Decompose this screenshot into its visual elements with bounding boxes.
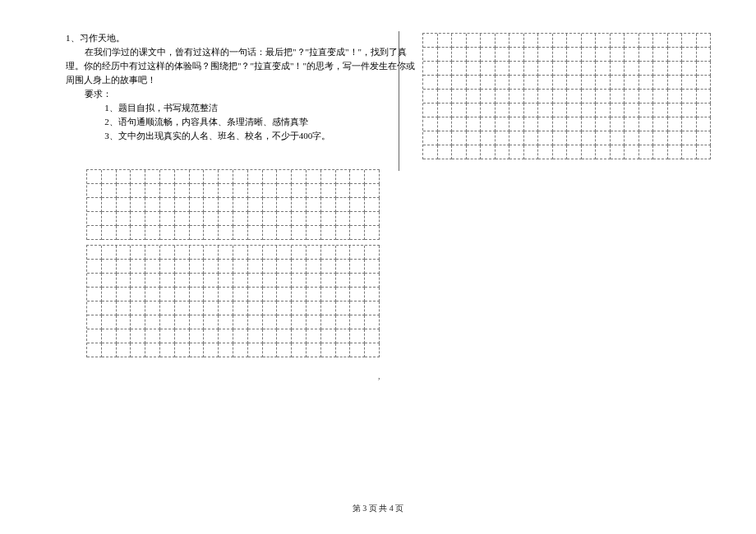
grid-cell: [145, 184, 160, 198]
grid-cell: [277, 302, 292, 315]
grid-cell: [582, 131, 597, 145]
grid-cell: [277, 198, 292, 212]
grid-cell: [102, 184, 117, 198]
grid-cell: [131, 329, 145, 343]
grid-cell: [204, 315, 219, 329]
grid-cell: [204, 329, 219, 343]
grid-cell: [682, 48, 697, 62]
grid-cell: [438, 145, 453, 159]
grid-cell: [625, 90, 639, 104]
grid-row: [87, 212, 380, 226]
grid-cell: [625, 117, 639, 131]
grid-cell: [219, 198, 233, 212]
grid-cell: [524, 90, 539, 104]
grid-cell: [438, 117, 453, 131]
grid-cell: [496, 145, 510, 159]
grid-cell: [160, 274, 175, 288]
grid-cell: [567, 131, 582, 145]
grid-cell: [131, 212, 145, 226]
grid-cell: [467, 34, 482, 48]
grid-cell: [233, 170, 248, 184]
grid-cell: [625, 62, 639, 76]
writing-prompt-block: 1、习作天地。 在我们学过的课文中，曾有过这样的一句话：最后把"？"拉直变成"！…: [66, 31, 390, 143]
grid-cell: [117, 198, 131, 212]
grid-cell: [175, 246, 190, 260]
grid-cell: [248, 343, 263, 357]
grid-cell: [87, 329, 102, 343]
grid-cell: [467, 131, 482, 145]
grid-cell: [307, 315, 321, 329]
page-footer: 第 3 页 共 4 页: [0, 503, 756, 514]
grid-cell: [321, 184, 336, 198]
grid-cell: [524, 34, 539, 48]
grid-cell: [452, 145, 467, 159]
grid-cell: [145, 274, 160, 288]
grid-cell: [277, 184, 292, 198]
grid-cell: [219, 288, 233, 302]
grid-cell: [87, 260, 102, 274]
grid-cell: [102, 315, 117, 329]
grid-cell: [365, 184, 380, 198]
grid-cell: [292, 184, 307, 198]
grid-cell: [538, 62, 553, 76]
grid-cell: [175, 302, 190, 315]
grid-cell: [365, 246, 380, 260]
grid-row: [423, 145, 711, 159]
grid-cell: [248, 274, 263, 288]
grid-cell: [682, 131, 697, 145]
grid-cell: [639, 145, 654, 159]
grid-cell: [263, 226, 278, 240]
grid-cell: [204, 212, 219, 226]
grid-cell: [567, 62, 582, 76]
grid-cell: [175, 260, 190, 274]
grid-cell: [496, 131, 510, 145]
grid-cell: [336, 184, 351, 198]
requirement-3: 3、文中勿出现真实的人名、班名、校名，不少于400字。: [66, 129, 390, 143]
grid-cell: [292, 170, 307, 184]
grid-cell: [117, 260, 131, 274]
grid-cell: [668, 34, 683, 48]
grid-cell: [190, 260, 205, 274]
grid-cell: [131, 343, 145, 357]
grid-cell: [668, 90, 683, 104]
grid-cell: [668, 76, 683, 90]
grid-cell: [524, 131, 539, 145]
grid-cell: [102, 274, 117, 288]
grid-cell: [365, 212, 380, 226]
grid-cell: [639, 117, 654, 131]
grid-cell: [248, 329, 263, 343]
grid-cell: [509, 34, 524, 48]
grid-cell: [567, 90, 582, 104]
grid-cell: [204, 226, 219, 240]
grid-cell: [321, 226, 336, 240]
grid-cell: [611, 145, 625, 159]
grid-row: [423, 48, 711, 62]
grid-cell: [596, 145, 611, 159]
grid-cell: [423, 145, 438, 159]
grid-cell: [438, 104, 453, 117]
grid-cell: [697, 131, 712, 145]
grid-cell: [336, 260, 351, 274]
grid-cell: [336, 329, 351, 343]
grid-cell: [567, 76, 582, 90]
grid-cell: [190, 170, 205, 184]
grid-cell: [582, 145, 597, 159]
grid-row: [423, 62, 711, 76]
grid-cell: [102, 260, 117, 274]
grid-cell: [682, 90, 697, 104]
grid-cell: [277, 329, 292, 343]
grid-cell: [336, 198, 351, 212]
grid-cell: [538, 48, 553, 62]
grid-cell: [248, 226, 263, 240]
grid-cell: [438, 90, 453, 104]
grid-cell: [481, 76, 496, 90]
grid-cell: [160, 184, 175, 198]
grid-cell: [452, 76, 467, 90]
grid-cell: [423, 90, 438, 104]
grid-cell: [219, 226, 233, 240]
grid-cell: [102, 329, 117, 343]
grid-cell: [682, 76, 697, 90]
grid-cell: [582, 34, 597, 48]
grid-cell: [611, 131, 625, 145]
grid-cell: [452, 131, 467, 145]
